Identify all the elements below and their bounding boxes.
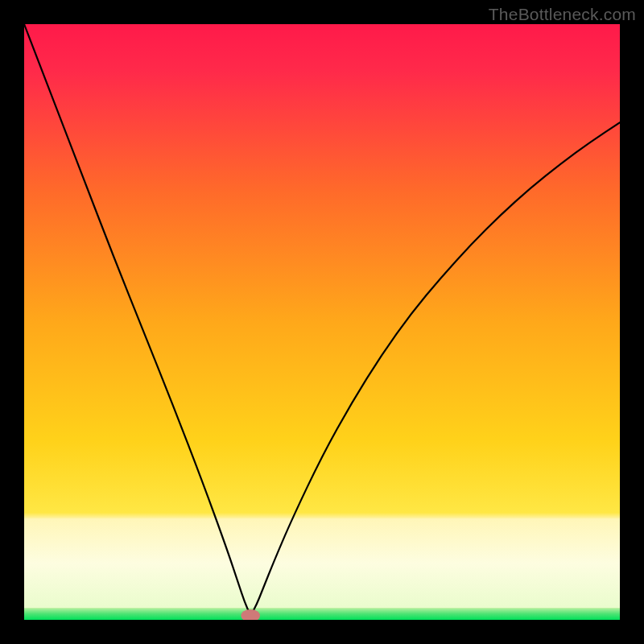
chart-frame: TheBottleneck.com <box>0 0 644 644</box>
bottleneck-curve-chart <box>24 24 620 620</box>
watermark-text: TheBottleneck.com <box>489 5 636 24</box>
